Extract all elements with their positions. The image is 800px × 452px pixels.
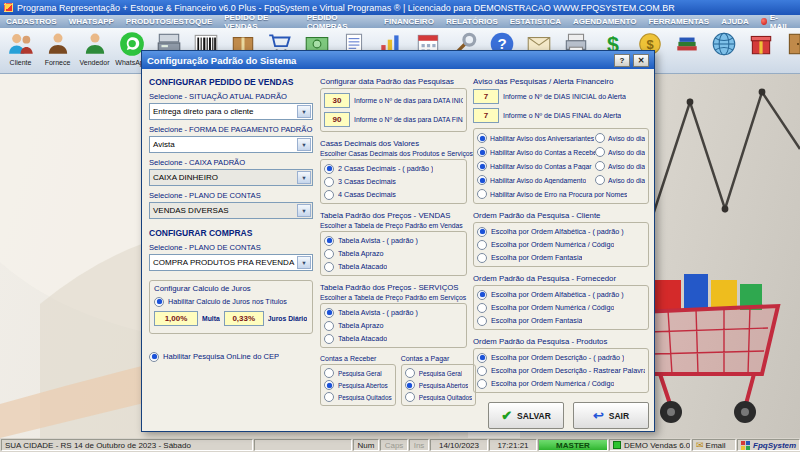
radio-produtos-numerica[interactable]: Escolha por Ordem Numérica / Código	[477, 377, 645, 390]
radio-aviso-dia-0[interactable]: Aviso do dia	[595, 133, 645, 143]
radio-icon	[477, 303, 487, 313]
radio-cliente-alfabetica[interactable]: Escolha por Ordem Alfabética - ( padrão …	[477, 225, 645, 238]
radio-icon	[324, 392, 334, 402]
status-time: 17:21:21	[489, 439, 537, 451]
salvar-label: SALVAR	[517, 411, 551, 421]
header-configurar-compras: CONFIGURAR COMPRAS	[149, 228, 313, 238]
dialog-close-button[interactable]: ✕	[633, 54, 649, 67]
toolbar-button-sair[interactable]	[779, 29, 800, 72]
radio-habilitar-juros[interactable]: Habilitar Calculo de Juros nos Títulos	[154, 295, 308, 308]
radio-aviso-aniversariantes[interactable]: Habilitar Aviso dos Aniversariantes Avis…	[477, 131, 645, 145]
radio-tabela-avista-servicos[interactable]: Tabela Avista - ( padrão )	[324, 306, 463, 319]
dropdown-arrow-icon[interactable]: ▼	[297, 171, 311, 184]
radio-tabela-aprazo-vendas[interactable]: Tabela Aprazo	[324, 247, 463, 260]
dropdown-arrow-icon[interactable]: ▼	[297, 204, 311, 217]
radio-aviso-dia-1[interactable]: Aviso do dia	[595, 147, 645, 157]
radio-label: Pesquisa Abertos	[338, 382, 388, 389]
radio-4-casas[interactable]: 4 Casas Decimais	[324, 188, 463, 201]
radio-produtos-descricao[interactable]: Escolha por Ordem Descrição - ( padrão )	[477, 351, 645, 364]
radio-label: 4 Casas Decimais	[338, 190, 396, 199]
radio-icon	[477, 290, 487, 300]
radio-aviso-contas-pagar[interactable]: Habilitar Aviso do Contas a Pagar Aviso …	[477, 159, 645, 173]
radio-receber-quitados[interactable]: Pesquisa Quitados	[324, 391, 392, 403]
toolbar-button-livros[interactable]	[668, 29, 705, 72]
radio-3-casas[interactable]: 3 Casas Decimais	[324, 175, 463, 188]
status-email[interactable]: ✉Email	[692, 439, 736, 451]
menu-produtos-estoque[interactable]: PRODUTOS/ESTOQUE	[120, 17, 218, 26]
dropdown-arrow-icon[interactable]: ▼	[297, 138, 311, 151]
radio-cep-online[interactable]: Habilitar Pesquisa OnLine do CEP	[149, 350, 313, 363]
radio-label: Habilitar Pesquisa OnLine do CEP	[163, 352, 279, 361]
menu-whatsapp[interactable]: WHATSAPP	[63, 17, 120, 26]
radio-label: 2 Casas Decimais - ( padrão )	[338, 164, 433, 173]
radio-cliente-fantasia[interactable]: Escolha por Ordem Fantasia	[477, 251, 645, 264]
plano-compras-value: COMPRA PRODUTOS PRA REVENDA	[153, 258, 294, 267]
radio-tabela-avista-vendas[interactable]: Tabela Avista - ( padrão )	[324, 234, 463, 247]
toolbar-button-vendedor[interactable]: Vendedor	[76, 29, 113, 72]
menu-relatorios[interactable]: RELATÓRIOS	[440, 17, 504, 26]
data-final-field[interactable]: 90	[324, 112, 350, 127]
radio-fornecedor-fantasia[interactable]: Escolha por Ordem Fantasia	[477, 314, 645, 327]
radio-aviso-erro-nomes[interactable]: Habilitar Aviso de Erro na Procura por N…	[477, 187, 645, 201]
salvar-button[interactable]: ✔ SALVAR	[488, 402, 564, 429]
dialog-titlebar[interactable]: Configuração Padrão do Sistema ? ✕	[142, 51, 654, 69]
dropdown-arrow-icon[interactable]: ▼	[297, 256, 311, 269]
caixa-label: Selecione - CAIXA PADRÃO	[149, 158, 313, 167]
pagamento-combobox[interactable]: Avista ▼	[149, 136, 313, 153]
menu-cadastros[interactable]: CADASTROS	[0, 17, 63, 26]
group-ordem-fornecedor: Ordem Padrão da Pesquisa - Fornecedor Es…	[473, 274, 649, 330]
menu-financeiro[interactable]: FINANCEIRO	[378, 17, 440, 26]
menu-estatistica[interactable]: ESTATISTICA	[504, 17, 567, 26]
radio-label: Tabela Aprazo	[338, 321, 384, 330]
aviso-title: Aviso das Pesquisas / Alerta Financeiro	[473, 77, 649, 86]
radio-pagar-geral[interactable]: Pesquisa Geral	[405, 367, 473, 379]
radio-aviso-dia-3[interactable]: Aviso do dia	[595, 175, 645, 185]
group-ordem-cliente: Ordem Padrão da Pesquisa - Cliente Escol…	[473, 211, 649, 267]
radio-cliente-numerica[interactable]: Escolha por Ordem Numérica / Código	[477, 238, 645, 251]
app-icon	[4, 3, 13, 12]
radio-aviso-agendamento[interactable]: Habilitar Aviso do Agendamento Aviso do …	[477, 173, 645, 187]
radio-fornecedor-alfabetica[interactable]: Escolha por Ordem Alfabética - ( padrão …	[477, 288, 645, 301]
radio-receber-abertos[interactable]: Pesquisa Abertos	[324, 379, 392, 391]
juros-diario-field[interactable]: 0,33%	[224, 311, 264, 326]
radio-label: Tabela Avista - ( padrão )	[338, 308, 418, 317]
dias-final-field[interactable]: 7	[473, 108, 499, 123]
menu-ajuda[interactable]: AJUDA	[715, 17, 755, 26]
radio-2-casas[interactable]: 2 Casas Decimais - ( padrão )	[324, 162, 463, 175]
dropdown-arrow-icon[interactable]: ▼	[297, 105, 311, 118]
status-bar: SUA CIDADE - RS 14 de Outubro de 2023 - …	[0, 438, 800, 452]
plano-compras-combobox[interactable]: COMPRA PRODUTOS PRA REVENDA ▼	[149, 254, 313, 271]
radio-tabela-aprazo-servicos[interactable]: Tabela Aprazo	[324, 319, 463, 332]
radio-pagar-abertos[interactable]: Pesquisa Abertos	[405, 379, 473, 391]
toolbar-button-internet[interactable]	[705, 29, 742, 72]
radio-receber-geral[interactable]: Pesquisa Geral	[324, 367, 392, 379]
menu-ferramentas[interactable]: FERRAMENTAS	[642, 17, 715, 26]
radio-icon	[595, 161, 605, 171]
radio-aviso-contas-receber[interactable]: Habilitar Aviso do Contas a Receber Avis…	[477, 145, 645, 159]
data-inicial-field[interactable]: 30	[324, 93, 350, 108]
dias-inicial-field[interactable]: 7	[473, 89, 499, 104]
radio-fornecedor-numerica[interactable]: Escolha por Ordem Numérica / Código	[477, 301, 645, 314]
group-contas-pagar-title: Contas a Pagar	[401, 355, 477, 362]
caixa-combobox[interactable]: CAIXA DINHEIRO ▼	[149, 169, 313, 186]
radio-icon	[477, 189, 487, 199]
demo-indicator-icon	[613, 441, 621, 449]
toolbar-button-presente[interactable]	[742, 29, 779, 72]
radio-aviso-dia-2[interactable]: Aviso do dia	[595, 161, 645, 171]
toolbar-button-cliente[interactable]: Cliente	[2, 29, 39, 72]
plano-combobox[interactable]: VENDAS DIVERSAS ▼	[149, 202, 313, 219]
multa-field[interactable]: 1,00%	[154, 311, 198, 326]
toolbar-button-fornecedor[interactable]: Fornece	[39, 29, 76, 72]
dialog-help-button[interactable]: ?	[614, 54, 630, 67]
radio-tabela-atacado-vendas[interactable]: Tabela Atacado	[324, 260, 463, 273]
radio-tabela-atacado-servicos[interactable]: Tabela Atacado	[324, 332, 463, 345]
radio-produtos-rastrear[interactable]: Escolha por Ordem Descrição - Rastrear P…	[477, 364, 645, 377]
group-datas-title: Configurar data Padrão das Pesquisas	[320, 77, 467, 86]
menu-agendamento[interactable]: AGENDAMENTO	[567, 17, 642, 26]
sair-button[interactable]: ↩ SAIR	[573, 402, 649, 429]
window-titlebar[interactable]: Programa Representação + Estoque & Finan…	[0, 0, 800, 15]
situacao-combobox[interactable]: Entrega direto para o cliente ▼	[149, 103, 313, 120]
radio-pagar-quitados[interactable]: Pesquisa Quitados	[405, 391, 473, 403]
radio-icon	[477, 175, 487, 185]
radio-icon	[477, 366, 487, 376]
